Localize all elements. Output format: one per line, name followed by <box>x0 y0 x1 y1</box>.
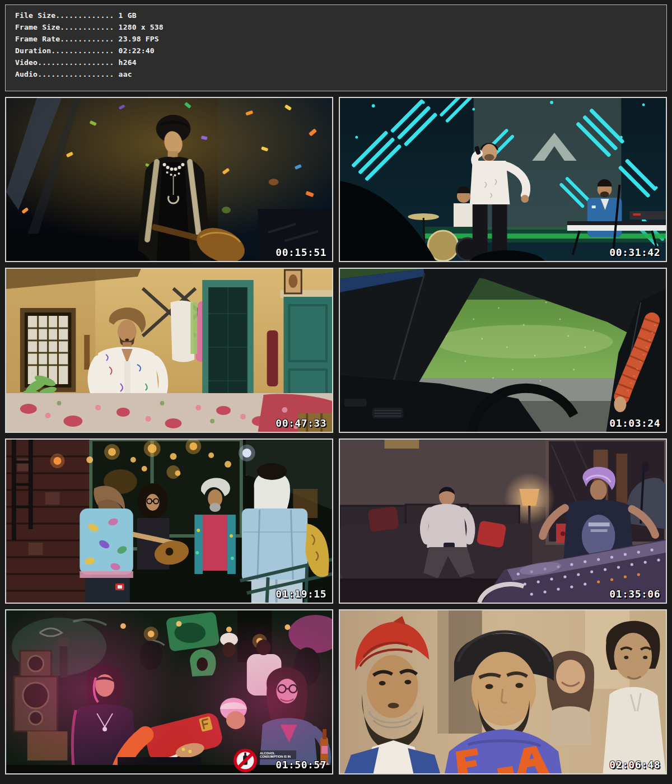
scene-car-interior <box>340 269 666 432</box>
scene-closeup-beanie <box>340 610 666 773</box>
info-line-video: Video................. h264 <box>15 57 666 68</box>
scene-courtyard-bed <box>6 269 332 432</box>
video-screenshot-2: 00:31:42 <box>339 97 667 262</box>
screenshot-grid: 00:15:51 <box>5 97 667 774</box>
timestamp: 01:35:06 <box>609 588 660 600</box>
timestamp: 00:31:42 <box>609 246 660 258</box>
maroon-drape <box>267 330 278 386</box>
info-line-audio: Audio................. aac <box>15 68 666 80</box>
timestamp: 00:47:33 <box>276 417 326 429</box>
brick-wall <box>6 440 91 603</box>
scene-concert-confetti <box>6 98 332 261</box>
video-screenshot-7: ALCOHOL CONSUMPTION IS IN 01:50:57 <box>5 609 333 774</box>
scene-night-street <box>6 440 332 603</box>
video-screenshot-5: 01:19:15 <box>5 438 333 604</box>
hanging-cloth-green <box>190 302 197 354</box>
video-screenshot-1: 00:15:51 <box>5 97 333 262</box>
green-floor-light <box>423 234 666 239</box>
video-screenshot-8: 02:06:48 <box>339 609 667 774</box>
alcohol-warning-text: ALCOHOL CONSUMPTION IS IN <box>258 750 296 759</box>
info-line-file-size: File Size............. 1 GB <box>15 10 666 21</box>
lawn-highlight <box>435 325 613 358</box>
file-info-panel: File Size............. 1 GB Frame Size..… <box>5 4 667 91</box>
wall-picture-frame <box>284 270 301 293</box>
wall-pipe <box>84 335 90 370</box>
info-line-frame-size: Frame Size............ 1280 x 538 <box>15 21 666 33</box>
video-screenshot-3: 00:47:33 <box>5 268 333 433</box>
timestamp: 00:15:51 <box>276 246 326 258</box>
timestamp: 02:06:48 <box>609 759 660 771</box>
scene-neon-stage <box>340 98 666 261</box>
info-line-duration: Duration.............. 02:22:40 <box>15 45 666 57</box>
timestamp: 01:50:57 <box>276 759 326 771</box>
scene-recording-studio <box>340 440 666 603</box>
no-alcohol-icon <box>233 748 258 773</box>
timestamp: 01:03:24 <box>609 417 660 429</box>
media-info-sheet: File Size............. 1 GB Frame Size..… <box>0 0 672 784</box>
video-screenshot-6: 01:35:06 <box>339 438 667 604</box>
video-screenshot-4: 01:03:24 <box>339 268 667 433</box>
info-line-frame-rate: Frame Rate............ 23.98 FPS <box>15 33 666 45</box>
timestamp: 01:19:15 <box>276 588 326 600</box>
